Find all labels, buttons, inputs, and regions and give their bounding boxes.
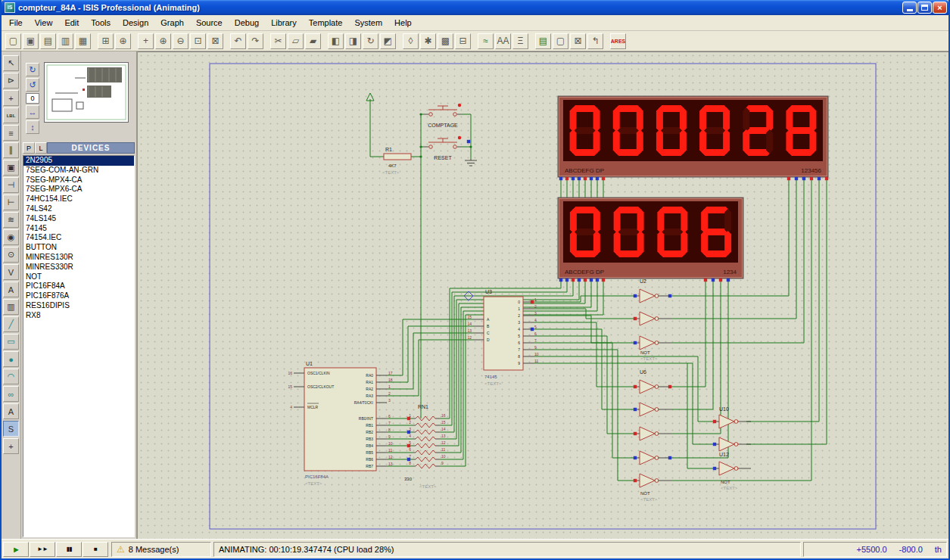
menu-template[interactable]: Template <box>303 17 349 29</box>
mirror-vertical-button[interactable]: ↕ <box>26 120 39 134</box>
pick-parts-icon[interactable]: ◊ <box>403 33 419 49</box>
packaging-tool-icon[interactable]: ▩ <box>438 33 453 49</box>
2d-text-mode-icon[interactable]: A <box>3 403 19 419</box>
design-explorer-icon[interactable]: ▤ <box>535 33 551 49</box>
step-button[interactable]: ►► <box>30 542 55 557</box>
current-probe-mode-icon[interactable]: A <box>3 282 19 297</box>
netlist-to-ares-icon[interactable]: ARES <box>610 33 626 49</box>
zoom-out-icon[interactable]: ⊖ <box>173 33 188 49</box>
library-manager-button[interactable]: L <box>35 142 47 154</box>
menu-graph[interactable]: Graph <box>154 17 190 29</box>
rotate-clockwise-button[interactable]: ↻ <box>26 63 39 76</box>
seven-seg-display-6digit[interactable]: ABCDEFG DP123456 <box>558 96 828 177</box>
ic-u1-pic16f84a[interactable]: U1PIC16F84A<TEXT>16OSC1/CLKIN15OSC2/CLKO… <box>288 361 392 486</box>
device-list-item[interactable]: 2N2905 <box>23 156 134 166</box>
open-file-icon[interactable]: ▣ <box>23 33 39 49</box>
export-section-icon[interactable]: ▦ <box>75 33 91 49</box>
device-pins-mode-icon[interactable]: ⊢ <box>3 194 19 210</box>
play-button[interactable]: ► <box>3 542 29 557</box>
2d-symbol-mode-icon[interactable]: S <box>3 421 19 437</box>
block-copy-icon[interactable]: ◧ <box>328 33 344 49</box>
device-list-item[interactable]: NOT <box>23 272 134 282</box>
property-assignment-icon[interactable]: Ξ <box>512 33 528 49</box>
rotation-angle-field[interactable] <box>26 93 39 104</box>
button-comptage[interactable]: COMPTAGE <box>424 104 462 128</box>
mirror-horizontal-button[interactable]: ↔ <box>26 105 39 119</box>
new-file-icon[interactable]: ▢ <box>5 33 21 49</box>
device-list-item[interactable]: 74LS42 <box>23 204 134 214</box>
import-section-icon[interactable]: ▥ <box>58 33 73 49</box>
resistor-network-rn1[interactable]: 11621531441351261171089RN1330<TEXT> <box>404 404 446 489</box>
menu-source[interactable]: Source <box>190 17 229 29</box>
graph-mode-icon[interactable]: ≋ <box>3 212 19 228</box>
wire-autorouter-icon[interactable]: ≈ <box>478 33 494 49</box>
pan-icon[interactable]: + <box>138 33 154 49</box>
stop-button[interactable]: ■ <box>83 542 108 557</box>
device-list-item[interactable]: 74145 <box>23 224 134 234</box>
junction-dot-mode-icon[interactable]: + <box>3 90 19 106</box>
message-panel[interactable]: ⚠ 8 Message(s) <box>111 542 211 557</box>
device-list-item[interactable]: PIC16F84A <box>23 282 134 291</box>
menu-library[interactable]: Library <box>265 17 303 29</box>
voltage-probe-mode-icon[interactable]: V <box>3 264 19 280</box>
menu-edit[interactable]: Edit <box>58 17 85 29</box>
device-list-item[interactable]: MINRES130R <box>23 253 134 263</box>
device-list-item[interactable]: 7SEG-MPX6-CA <box>23 185 134 194</box>
resistor-r1[interactable]: R14K7<TEXT> <box>382 147 411 175</box>
search-tag-icon[interactable]: AA <box>495 33 511 49</box>
2d-circle-mode-icon[interactable]: ● <box>3 351 19 367</box>
schematic-canvas[interactable]: ABCDEFG DP123456ABCDEFG DP1234U1PIC16F84… <box>138 51 948 539</box>
block-delete-icon[interactable]: ◩ <box>380 33 396 49</box>
device-list-item[interactable]: RX8 <box>23 311 134 321</box>
buses-mode-icon[interactable]: ∥ <box>3 142 19 158</box>
component-mode-icon[interactable]: ⊳ <box>3 73 19 89</box>
2d-box-mode-icon[interactable]: ▭ <box>3 334 19 350</box>
device-list-item[interactable]: RES16DIPIS <box>23 301 134 311</box>
menu-tools[interactable]: Tools <box>85 17 117 29</box>
device-list-item[interactable]: 7SEG-COM-AN-GRN <box>23 166 134 176</box>
maximize-button[interactable] <box>917 2 932 14</box>
text-script-mode-icon[interactable]: ≡ <box>3 125 19 141</box>
toggle-grid-icon[interactable]: ⊞ <box>98 33 114 49</box>
minimize-button[interactable] <box>902 2 917 14</box>
paste-icon[interactable]: ▰ <box>305 33 321 49</box>
virtual-instruments-mode-icon[interactable]: ▥ <box>3 299 19 315</box>
close-button[interactable]: × <box>933 2 947 14</box>
redo-icon[interactable]: ↷ <box>248 33 263 49</box>
2d-path-mode-icon[interactable]: ∞ <box>3 386 19 402</box>
seven-seg-display-4digit[interactable]: ABCDEFG DP1234 <box>558 198 743 278</box>
menu-file[interactable]: File <box>3 17 29 29</box>
terminals-mode-icon[interactable]: ⊣ <box>3 177 19 193</box>
selection-pointer-mode-icon[interactable]: ↖ <box>3 55 19 71</box>
2d-line-mode-icon[interactable]: ╱ <box>3 316 19 332</box>
device-list-item[interactable]: PIC16F876A <box>23 291 134 301</box>
zoom-area-icon[interactable]: ⊡ <box>190 33 206 49</box>
remove-sheet-icon[interactable]: ⊠ <box>570 33 586 49</box>
device-list-item[interactable]: 74HC154.IEC <box>23 194 134 204</box>
cut-icon[interactable]: ✂ <box>270 33 286 49</box>
menu-view[interactable]: View <box>29 17 59 29</box>
zoom-all-icon[interactable]: ⊠ <box>207 33 223 49</box>
device-list-item[interactable]: 74154.IEC <box>23 233 134 243</box>
block-move-icon[interactable]: ◨ <box>345 33 361 49</box>
button-reset[interactable]: RESET <box>424 136 462 160</box>
menu-debug[interactable]: Debug <box>229 17 265 29</box>
decompose-icon[interactable]: ⊟ <box>455 33 471 49</box>
device-list[interactable]: 2N29057SEG-COM-AN-GRN7SEG-MPX4-CA7SEG-MP… <box>23 155 135 537</box>
new-sheet-icon[interactable]: ▢ <box>553 33 568 49</box>
pick-devices-button[interactable]: P <box>23 142 35 154</box>
pause-button[interactable]: ▮▮ <box>56 542 82 557</box>
copy-icon[interactable]: ▱ <box>288 33 304 49</box>
2d-arc-mode-icon[interactable]: ◠ <box>3 369 19 384</box>
undo-icon[interactable]: ↶ <box>230 33 246 49</box>
device-list-item[interactable]: 74LS145 <box>23 214 134 224</box>
subcircuit-mode-icon[interactable]: ▣ <box>3 160 19 176</box>
rotate-anticlockwise-button[interactable]: ↺ <box>26 78 39 92</box>
zoom-in-icon[interactable]: ⊕ <box>155 33 171 49</box>
menu-system[interactable]: System <box>348 17 388 29</box>
menu-help[interactable]: Help <box>388 17 418 29</box>
block-rotate-icon[interactable]: ↻ <box>363 33 378 49</box>
device-list-item[interactable]: MINRES330R <box>23 263 134 272</box>
menu-design[interactable]: Design <box>117 17 154 29</box>
false-origin-icon[interactable]: ⊕ <box>115 33 131 49</box>
